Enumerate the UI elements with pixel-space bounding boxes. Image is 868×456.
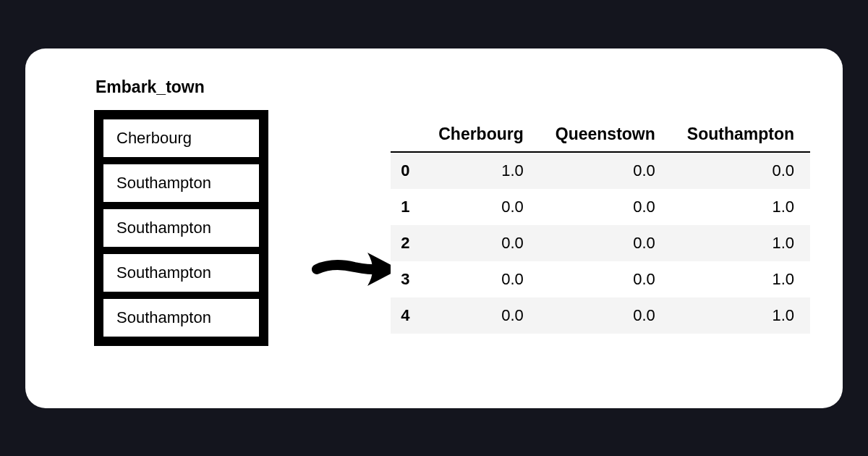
source-cell: Cherbourg (100, 116, 263, 161)
encoded-table: Cherbourg Queenstown Southampton 0 1.0 0… (391, 117, 810, 334)
source-cell: Southampton (100, 206, 263, 250)
source-cells: Cherbourg Southampton Southampton Southa… (94, 110, 268, 346)
cell-value: 0.0 (540, 152, 671, 189)
diagram-card: Embark_town Cherbourg Southampton Southa… (25, 48, 843, 408)
source-column: Embark_town Cherbourg Southampton Southa… (94, 77, 268, 346)
table-row: 1 0.0 0.0 1.0 (391, 189, 810, 225)
cell-value: 1.0 (671, 189, 810, 225)
table-row: 4 0.0 0.0 1.0 (391, 297, 810, 334)
cell-value: 0.0 (540, 261, 671, 297)
table-header-row: Cherbourg Queenstown Southampton (391, 117, 810, 152)
cell-value: 0.0 (671, 152, 810, 189)
cell-value: 1.0 (671, 297, 810, 334)
cell-value: 0.0 (422, 189, 540, 225)
index-header (391, 117, 422, 152)
table-row: 3 0.0 0.0 1.0 (391, 261, 810, 297)
col-header: Cherbourg (422, 117, 540, 152)
row-index: 4 (391, 297, 422, 334)
source-cell: Southampton (100, 161, 263, 206)
cell-value: 1.0 (671, 261, 810, 297)
row-index: 2 (391, 225, 422, 261)
table-row: 0 1.0 0.0 0.0 (391, 152, 810, 189)
source-cell: Southampton (100, 295, 263, 340)
source-cell: Southampton (100, 250, 263, 295)
cell-value: 1.0 (422, 152, 540, 189)
cell-value: 0.0 (422, 261, 540, 297)
cell-value: 1.0 (671, 225, 810, 261)
col-header: Queenstown (540, 117, 671, 152)
row-index: 1 (391, 189, 422, 225)
col-header: Southampton (671, 117, 810, 152)
table-row: 2 0.0 0.0 1.0 (391, 225, 810, 261)
cell-value: 0.0 (540, 297, 671, 334)
cell-value: 0.0 (540, 189, 671, 225)
cell-value: 0.0 (540, 225, 671, 261)
cell-value: 0.0 (422, 225, 540, 261)
row-index: 3 (391, 261, 422, 297)
cell-value: 0.0 (422, 297, 540, 334)
row-index: 0 (391, 152, 422, 189)
encoded-table-section: Cherbourg Queenstown Southampton 0 1.0 0… (391, 117, 810, 334)
column-header: Embark_town (95, 77, 268, 97)
